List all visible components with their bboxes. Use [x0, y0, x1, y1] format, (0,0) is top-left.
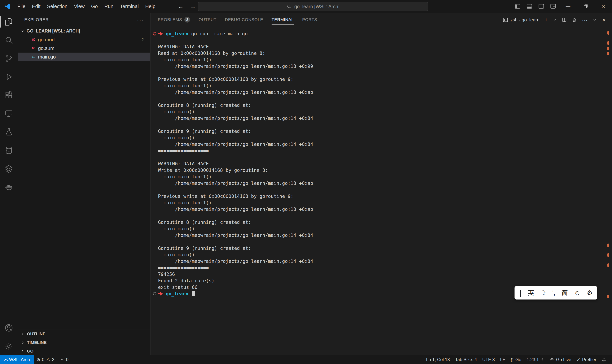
ime-simplified-chinese[interactable]: 简	[561, 288, 568, 297]
panel-tab-label: PROBLEMS	[158, 17, 182, 22]
explorer-more-actions-button[interactable]: ···	[137, 16, 144, 23]
menu-file[interactable]: File	[14, 0, 29, 13]
settings-button[interactable]	[0, 337, 18, 355]
activity-testing-button[interactable]	[0, 123, 18, 141]
language-mode-status[interactable]: {} Go	[508, 355, 524, 364]
overview-ruler-mark	[607, 295, 609, 298]
menu-edit[interactable]: Edit	[29, 0, 44, 13]
terminal-line: Goroutine 8 (running) created at:	[158, 219, 604, 226]
section-outline[interactable]: OUTLINE	[18, 330, 150, 338]
new-terminal-button[interactable]: +	[545, 17, 548, 23]
chevron-down-icon	[20, 29, 25, 33]
menu-run[interactable]: Run	[101, 0, 117, 13]
ime-punctuation-mode[interactable]: ’,	[552, 289, 555, 297]
section-go[interactable]: GO	[18, 347, 150, 355]
forward-button[interactable]: →	[190, 3, 196, 10]
error-count: 0	[42, 357, 44, 362]
split-terminal-button[interactable]	[562, 17, 567, 22]
status-bar-right: Ln 1, Col 13 Tab Size: 4 UTF-8 LF {} Go …	[424, 355, 612, 364]
kill-terminal-button[interactable]	[572, 17, 577, 22]
file-item-main.go[interactable]: GOmain.go	[18, 52, 150, 61]
workspace-root-folder[interactable]: GO_LEARN [WSL: ARCH]	[18, 27, 150, 35]
eol-status[interactable]: LF	[497, 355, 508, 364]
remote-indicator[interactable]: >< WSL: Arch	[0, 355, 34, 364]
activity-docker-button[interactable]	[0, 178, 18, 196]
terminal-line: ==================	[158, 37, 604, 44]
panel-more-actions-button[interactable]: ···	[582, 17, 587, 23]
radio-tower-icon	[60, 358, 64, 362]
problems-badge: 2	[184, 17, 190, 23]
lightning-icon	[541, 358, 544, 362]
toggle-panel-icon[interactable]	[526, 3, 532, 9]
panel-tab-terminal[interactable]: TERMINAL	[272, 15, 294, 25]
file-item-go.mod[interactable]: GOgo.mod2	[18, 35, 150, 44]
tab-size-status[interactable]: Tab Size: 4	[452, 355, 480, 364]
accounts-button[interactable]	[0, 319, 18, 337]
ime-emoji-button[interactable]: ☺	[574, 289, 581, 297]
go-version-status[interactable]: 1.23.1	[524, 355, 547, 364]
restore-button[interactable]	[577, 0, 594, 13]
terminal-dropdown-chevron-icon[interactable]	[553, 18, 557, 22]
activity-explorer-button[interactable]	[0, 13, 18, 31]
back-button[interactable]: ←	[178, 3, 184, 10]
overview-ruler[interactable]	[607, 13, 610, 355]
layout-controls	[515, 0, 556, 13]
explorer-header: EXPLORER ···	[18, 13, 150, 27]
minimize-button[interactable]: ─	[559, 0, 577, 13]
encoding-status[interactable]: UTF-8	[480, 355, 497, 364]
menu-selection[interactable]: Selection	[44, 0, 71, 13]
terminal-line: /home/meowrain/projects/go_learn/main.go…	[158, 258, 604, 265]
menu-view[interactable]: View	[71, 0, 88, 13]
command-center[interactable]: go_learn [WSL: Arch]	[198, 2, 428, 11]
activity-source-control-button[interactable]	[0, 49, 18, 68]
terminal-line: main.main.func1()	[158, 57, 604, 63]
activity-remote-explorer-button[interactable]	[0, 104, 18, 123]
activity-search-button[interactable]	[0, 31, 18, 49]
ime-english-mode[interactable]: 英	[528, 288, 534, 297]
menu-terminal[interactable]: Terminal	[117, 0, 142, 13]
toggle-sidebar-icon[interactable]	[515, 3, 520, 9]
panel-tab-problems[interactable]: PROBLEMS2	[158, 15, 190, 25]
ports-status[interactable]: 0	[57, 355, 71, 364]
terminal-line: Previous write at 0x00c000014168 by goro…	[158, 76, 604, 83]
activity-layers-button[interactable]	[0, 159, 18, 178]
panel-tab-ports[interactable]: PORTS	[302, 15, 317, 25]
terminal-line: /home/meowrain/projects/go_learn/main.go…	[158, 232, 604, 239]
overview-ruler-mark	[607, 41, 609, 45]
terminal-line: main.main.func1()	[158, 83, 604, 89]
menu-help[interactable]: Help	[142, 0, 159, 13]
command-decoration-pending[interactable]	[153, 292, 156, 295]
panel-chevron-button[interactable]	[593, 18, 597, 22]
close-panel-button[interactable]: ×	[602, 17, 606, 23]
activity-database-button[interactable]	[0, 141, 18, 159]
notifications-bell-button[interactable]	[599, 355, 609, 364]
activity-extensions-button[interactable]	[0, 86, 18, 104]
go-live-status[interactable]: Go Live	[547, 355, 574, 364]
menu-go[interactable]: Go	[88, 0, 101, 13]
ime-halfwidth-toggle[interactable]: ☽	[540, 289, 546, 297]
customize-layout-icon[interactable]	[550, 3, 556, 9]
section-timeline[interactable]: TIMELINE	[18, 338, 150, 347]
terminal-line	[158, 70, 604, 76]
cursor-position-status[interactable]: Ln 1, Col 13	[424, 355, 452, 364]
ime-settings-button[interactable]: ⚙	[587, 289, 593, 297]
panel-tab-label: OUTPUT	[199, 17, 216, 22]
toggle-secondary-sidebar-icon[interactable]	[538, 3, 544, 9]
terminal-output[interactable]: go_learngo run -race main.go============…	[150, 27, 604, 355]
close-window-button[interactable]: ×	[594, 0, 612, 13]
activity-run-debug-button[interactable]	[0, 68, 18, 86]
panel-tab-debug-console[interactable]: DEBUG CONSOLE	[225, 15, 263, 25]
file-item-go.sum[interactable]: GOgo.sum	[18, 44, 150, 52]
gear-icon	[5, 342, 13, 351]
command-decoration-error[interactable]	[153, 32, 156, 35]
chevron-right-icon	[21, 332, 25, 336]
terminal-line: Found 2 data race(s)	[158, 278, 604, 284]
explorer-sidebar: EXPLORER ··· GO_LEARN [WSL: ARCH] GOgo.m…	[18, 13, 150, 355]
terminal-instance-selector[interactable]: zsh - go_learn	[503, 17, 540, 23]
prettier-status[interactable]: ✓ Prettier	[574, 355, 599, 364]
problems-status[interactable]: ⊗ 0 ⚠ 2	[34, 355, 57, 364]
overview-ruler-mark	[607, 47, 609, 50]
ime-caret[interactable]: |	[519, 289, 521, 297]
panel-tab-output[interactable]: OUTPUT	[199, 15, 216, 25]
title-bar: FileEditSelectionViewGoRunTerminalHelp ←…	[0, 0, 612, 13]
